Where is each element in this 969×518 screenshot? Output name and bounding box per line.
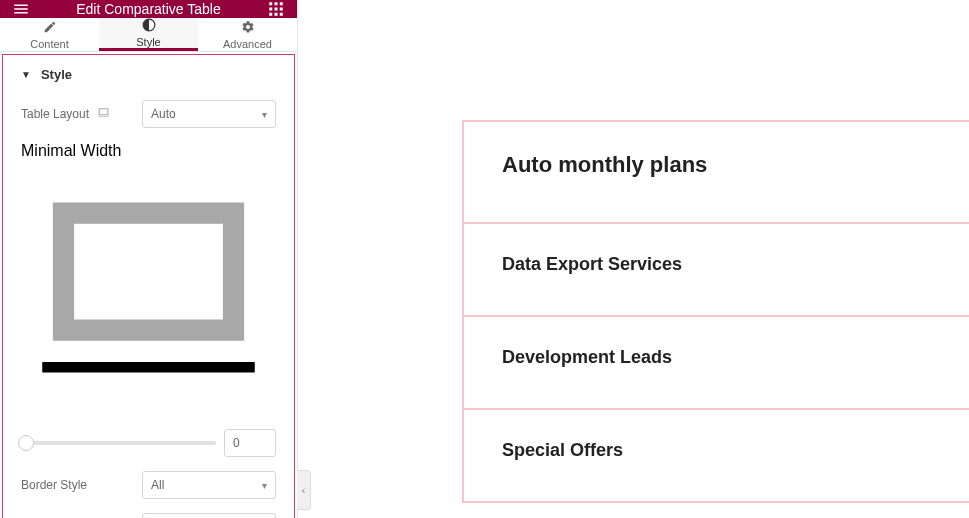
chevron-down-icon: ▾: [262, 480, 267, 491]
minimal-width-input[interactable]: [224, 429, 276, 457]
row-minimal-width: Minimal Width: [21, 142, 276, 457]
chevron-down-icon: ▾: [262, 109, 267, 120]
tab-content-label: Content: [30, 38, 69, 50]
row-table-layout: Table Layout Auto ▾: [21, 100, 276, 128]
svg-rect-3: [269, 8, 272, 11]
border-style-select[interactable]: All ▾: [142, 471, 276, 499]
table-row: Special Offers: [464, 410, 969, 503]
responsive-icon[interactable]: [21, 401, 276, 418]
minimal-width-label: Minimal Width: [21, 142, 121, 159]
svg-rect-0: [269, 2, 272, 5]
tab-style[interactable]: Style: [99, 18, 198, 51]
row-border-style: Border Style All ▾: [21, 471, 276, 499]
minimal-width-slider[interactable]: [21, 441, 216, 445]
comparative-table: Auto monthly plans Data Export Services …: [462, 120, 969, 503]
panel-title: Edit Comparative Table: [76, 1, 220, 17]
svg-rect-2: [280, 2, 283, 5]
tab-advanced-label: Advanced: [223, 38, 272, 50]
apps-icon[interactable]: [267, 0, 285, 18]
slider-thumb[interactable]: [18, 435, 34, 451]
table-layout-select[interactable]: Auto ▾: [142, 100, 276, 128]
style-controls: Table Layout Auto ▾ Minimal Width: [3, 94, 294, 518]
svg-rect-6: [269, 13, 272, 16]
svg-rect-7: [274, 13, 277, 16]
border-style-label: Border Style: [21, 478, 87, 492]
responsive-icon[interactable]: [97, 106, 110, 122]
preview-area: Auto monthly plans Data Export Services …: [298, 0, 969, 518]
row-border-type: Border Type Solid ▾: [21, 513, 276, 518]
table-row: Data Export Services: [464, 224, 969, 317]
svg-rect-5: [280, 8, 283, 11]
svg-rect-1: [274, 2, 277, 5]
tab-content[interactable]: Content: [0, 18, 99, 51]
table-row: Auto monthly plans: [464, 122, 969, 224]
tabs: Content Style Advanced: [0, 18, 297, 52]
menu-icon[interactable]: [12, 0, 30, 18]
caret-down-icon: ▼: [21, 69, 31, 80]
border-type-select[interactable]: Solid ▾: [142, 513, 276, 518]
panel-header: Edit Comparative Table: [0, 0, 297, 18]
tab-advanced[interactable]: Advanced: [198, 18, 297, 51]
table-row: Development Leads: [464, 317, 969, 410]
section-header-style[interactable]: ▼ Style: [3, 55, 294, 94]
svg-rect-4: [274, 8, 277, 11]
editor-panel: Edit Comparative Table Content Style Adv…: [0, 0, 298, 518]
section-title: Style: [41, 67, 72, 82]
svg-rect-8: [280, 13, 283, 16]
border-style-value: All: [151, 478, 164, 492]
tab-style-label: Style: [136, 36, 160, 48]
table-layout-value: Auto: [151, 107, 176, 121]
table-layout-label: Table Layout: [21, 107, 89, 121]
style-section-highlight: ▼ Style Table Layout Auto ▾ Minimal Widt…: [2, 54, 295, 518]
